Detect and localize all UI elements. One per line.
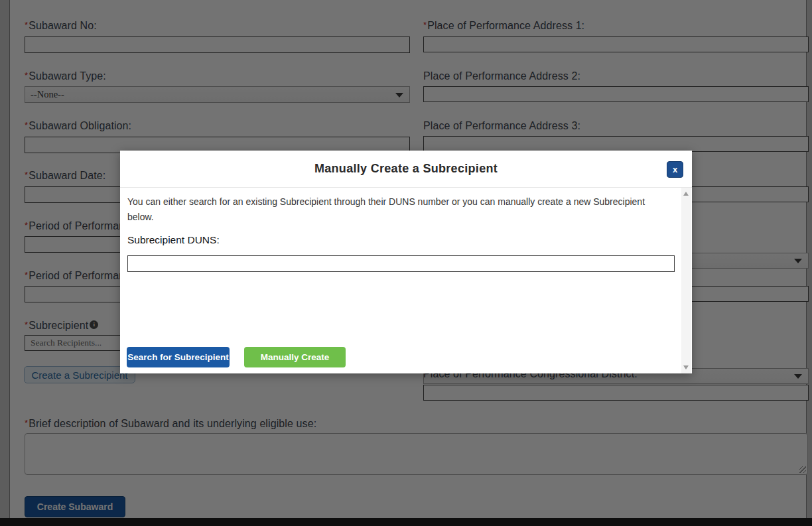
- search-for-subrecipient-button[interactable]: Search for Subrecipient: [127, 347, 230, 367]
- dialog-title: Manually Create a Subrecipient: [120, 151, 692, 187]
- scroll-up-icon[interactable]: [683, 192, 689, 196]
- manually-create-button[interactable]: Manually Create: [244, 347, 346, 367]
- manually-create-subrecipient-dialog: Manually Create a Subrecipient x You can…: [120, 151, 692, 373]
- subrecipient-duns-label: Subrecipient DUNS:: [127, 234, 220, 246]
- dialog-body-text: You can either search for an existing Su…: [127, 194, 670, 225]
- scroll-down-icon[interactable]: [683, 365, 689, 369]
- dialog-divider: [120, 187, 692, 188]
- close-icon[interactable]: x: [667, 161, 683, 178]
- page: *Subaward No: *Subaward Type: --None-- *…: [0, 0, 812, 526]
- subrecipient-duns-input[interactable]: [127, 255, 675, 272]
- dialog-scrollbar[interactable]: [681, 188, 691, 373]
